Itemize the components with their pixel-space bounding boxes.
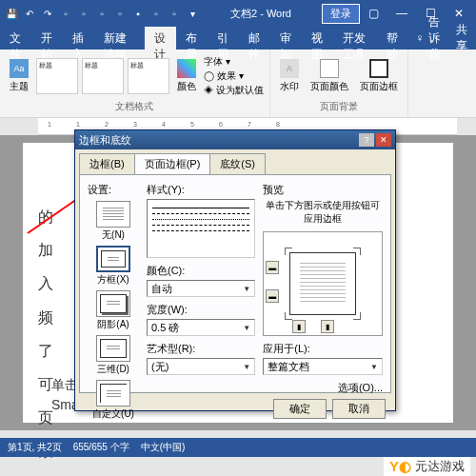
tab-pageborder[interactable]: 页面边框(P): [134, 153, 211, 174]
qat-icon[interactable]: ▫: [167, 6, 182, 21]
watermark-button[interactable]: A 水印: [276, 57, 303, 95]
redo-icon[interactable]: ↷: [40, 6, 55, 21]
ribbon-options-icon[interactable]: ▢: [360, 0, 387, 27]
theme-thumb[interactable]: 标题: [82, 58, 124, 94]
tab-help[interactable]: 帮助: [377, 27, 408, 50]
cancel-button[interactable]: 取消: [332, 399, 386, 419]
preview-label: 预览: [263, 183, 383, 197]
chevron-down-icon: ▼: [370, 363, 378, 371]
tab-shading[interactable]: 底纹(S): [209, 153, 266, 174]
tab-review[interactable]: 审阅: [270, 27, 302, 50]
help-icon[interactable]: ?: [359, 133, 374, 147]
applyto-label: 应用于(L):: [263, 342, 383, 356]
login-button[interactable]: 登录: [322, 4, 360, 24]
colors-button[interactable]: 颜色: [173, 57, 200, 95]
tab-insert[interactable]: 插入: [63, 27, 94, 50]
pagecolor-icon: [320, 59, 339, 78]
quick-access-toolbar: 💾 ↶ ↷ ▫ ▫ ▫ ▫ ▪ ▫ ▫ ▾: [4, 6, 200, 21]
qat-icon[interactable]: ▪: [130, 6, 146, 21]
qat-dropdown-icon[interactable]: ▾: [185, 6, 200, 21]
art-select[interactable]: (无)▼: [147, 358, 255, 375]
themes-icon: Aa: [10, 59, 29, 78]
width-select[interactable]: 0.5 磅▼: [147, 319, 255, 336]
theme-thumb[interactable]: 标题: [36, 58, 78, 94]
title-bar: 💾 ↶ ↷ ▫ ▫ ▫ ▫ ▪ ▫ ▫ ▾ 文档2 - Word 登录 ▢ — …: [0, 0, 476, 27]
fonts-button[interactable]: 字体 ▾: [204, 55, 264, 69]
watermark-icon: A: [280, 59, 299, 78]
tellme[interactable]: ♀告诉我: [408, 27, 449, 50]
dialog-tabs: 边框(B) 页面边框(P) 底纹(S): [75, 149, 395, 174]
share-button[interactable]: 共享: [448, 27, 476, 50]
color-select[interactable]: 自动▼: [147, 280, 255, 297]
setting-none[interactable]: 无(N): [88, 201, 139, 242]
chevron-down-icon: ▼: [243, 324, 250, 332]
chevron-down-icon: ▼: [243, 363, 250, 371]
window-title: 文档2 - Word: [200, 7, 322, 21]
tab-border[interactable]: 边框(B): [79, 153, 135, 174]
pageborder-button[interactable]: 页面边框: [356, 57, 402, 95]
save-icon[interactable]: 💾: [4, 6, 19, 21]
language[interactable]: 中文(中国): [141, 441, 186, 454]
ribbon: Aa 主题 标题 标题 标题 颜色 字体 ▾ ◯ 效果 ▾ ◈ 设为默认值 文档…: [0, 50, 476, 118]
qat-icon[interactable]: ▫: [112, 6, 128, 21]
dialog-titlebar[interactable]: 边框和底纹 ? ✕: [75, 130, 395, 149]
tab-layout[interactable]: 布局: [176, 27, 208, 50]
qat-icon[interactable]: ▫: [94, 6, 109, 21]
qat-icon[interactable]: ▫: [149, 6, 164, 21]
preview-box: ▬ ▬ ▮ ▮: [263, 231, 383, 336]
color-label: 颜色(C):: [147, 264, 255, 278]
effects-button[interactable]: ◯ 效果 ▾: [204, 69, 264, 83]
edge-top-button[interactable]: ▬: [266, 261, 279, 274]
setdefault-button[interactable]: ◈ 设为默认值: [204, 84, 264, 97]
watermark: Y◐ 元达游戏: [384, 457, 470, 476]
page-text: 的 加 入 频 了 可 页 素: [38, 200, 53, 468]
tab-newtab[interactable]: 新建选项卡: [94, 27, 145, 50]
ribbon-tabs: 文件 开始 插入 新建选项卡 设计 布局 引用 邮件 审阅 视图 开发工具 帮助…: [0, 27, 476, 50]
group-label: 页面背景: [276, 100, 402, 115]
close-icon[interactable]: ✕: [376, 133, 391, 147]
preview-hint: 单击下方图示或使用按钮可应用边框: [263, 199, 383, 226]
options-button[interactable]: 选项(O)...: [263, 381, 383, 395]
borders-shading-dialog: 边框和底纹 ? ✕ 边框(B) 页面边框(P) 底纹(S) 设置: 无(N) 方…: [74, 129, 396, 411]
tab-ref[interactable]: 引用: [208, 27, 239, 50]
setting-shadow[interactable]: 阴影(A): [88, 290, 139, 331]
applyto-select[interactable]: 整篇文档▼: [263, 358, 383, 375]
settings-label: 设置:: [88, 183, 139, 197]
undo-icon[interactable]: ↶: [22, 6, 37, 21]
tab-start[interactable]: 开始: [31, 27, 63, 50]
width-label: 宽度(W):: [147, 303, 255, 317]
setting-custom[interactable]: 自定义(U): [88, 380, 139, 421]
qat-icon[interactable]: ▫: [76, 6, 91, 21]
tab-view[interactable]: 视图: [302, 27, 333, 50]
ok-button[interactable]: 确定: [273, 399, 327, 419]
colors-icon: [177, 59, 196, 78]
setting-box[interactable]: 方框(X): [88, 246, 139, 287]
group-label: 文档格式: [6, 100, 264, 115]
theme-thumb[interactable]: 标题: [128, 58, 169, 94]
watermark-logo: Y◐: [389, 458, 411, 475]
edge-left-button[interactable]: ▮: [292, 320, 306, 333]
pagecolor-button[interactable]: 页面颜色: [307, 57, 352, 95]
status-bar: 第1页, 共2页 655/655 个字 中文(中国): [0, 438, 476, 457]
themes-button[interactable]: Aa 主题: [6, 57, 32, 95]
pageborder-icon: [369, 59, 388, 78]
word-count[interactable]: 655/655 个字: [73, 441, 129, 454]
chevron-down-icon: ▼: [243, 285, 250, 293]
tab-file[interactable]: 文件: [0, 27, 31, 50]
style-listbox[interactable]: [147, 199, 255, 258]
tab-design[interactable]: 设计: [145, 27, 176, 50]
page-count[interactable]: 第1页, 共2页: [8, 441, 62, 454]
minimize-icon[interactable]: —: [388, 0, 415, 27]
dialog-title: 边框和底纹: [79, 133, 359, 148]
tab-mail[interactable]: 邮件: [239, 27, 270, 50]
edge-bottom-button[interactable]: ▬: [266, 289, 279, 303]
qat-icon[interactable]: ▫: [58, 6, 73, 21]
edge-right-button[interactable]: ▮: [321, 320, 334, 333]
art-label: 艺术型(R):: [147, 342, 255, 356]
setting-3d[interactable]: 三维(D): [88, 335, 139, 376]
tab-dev[interactable]: 开发工具: [333, 27, 377, 50]
style-label: 样式(Y):: [147, 183, 255, 197]
